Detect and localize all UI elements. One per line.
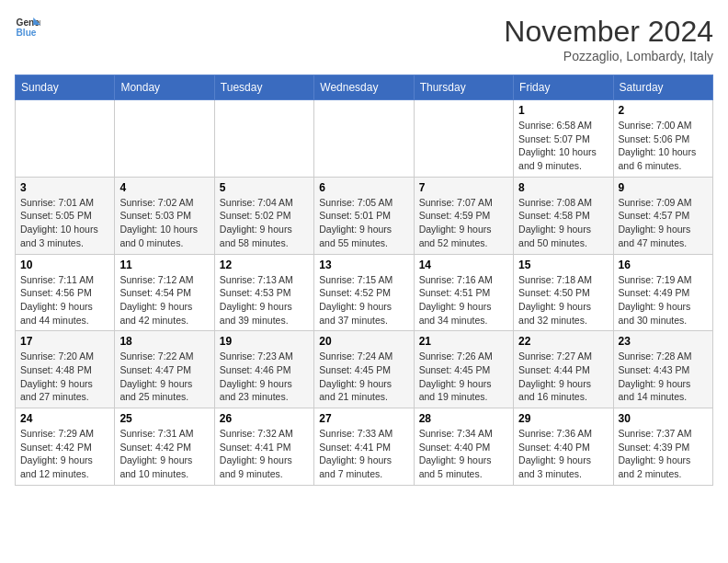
day-number: 12	[220, 259, 309, 271]
day-number: 18	[119, 335, 209, 348]
day-number: 24	[20, 412, 109, 425]
calendar-cell: 16Sunrise: 7:19 AM Sunset: 4:49 PM Dayli…	[613, 254, 712, 331]
calendar-row: 10Sunrise: 7:11 AM Sunset: 4:56 PM Dayli…	[16, 254, 713, 331]
day-number: 5	[220, 181, 309, 194]
title-area: November 2024 Pozzaglio, Lombardy, Italy	[504, 15, 713, 63]
day-info: Sunrise: 7:16 AM Sunset: 4:51 PM Dayligh…	[419, 273, 508, 327]
weekday-header-row: SundayMondayTuesdayWednesdayThursdayFrid…	[16, 75, 713, 100]
day-info: Sunrise: 7:08 AM Sunset: 4:58 PM Dayligh…	[518, 196, 608, 250]
day-info: Sunrise: 7:24 AM Sunset: 4:45 PM Dayligh…	[319, 350, 408, 404]
day-info: Sunrise: 7:09 AM Sunset: 4:57 PM Dayligh…	[619, 196, 708, 250]
day-number: 26	[220, 412, 309, 425]
day-info: Sunrise: 7:01 AM Sunset: 5:05 PM Dayligh…	[20, 196, 109, 250]
day-info: Sunrise: 7:27 AM Sunset: 4:44 PM Dayligh…	[518, 350, 608, 404]
day-info: Sunrise: 7:18 AM Sunset: 4:50 PM Dayligh…	[518, 273, 608, 327]
day-number: 22	[518, 335, 608, 348]
location: Pozzaglio, Lombardy, Italy	[504, 49, 713, 63]
page-header: General Blue November 2024 Pozzaglio, Lo…	[15, 15, 713, 63]
day-number: 10	[20, 259, 109, 271]
day-number: 23	[619, 335, 708, 348]
day-number: 8	[518, 181, 608, 194]
calendar-row: 24Sunrise: 7:29 AM Sunset: 4:42 PM Dayli…	[16, 408, 713, 486]
calendar-cell: 21Sunrise: 7:26 AM Sunset: 4:45 PM Dayli…	[414, 331, 513, 408]
day-info: Sunrise: 7:29 AM Sunset: 4:42 PM Dayligh…	[20, 427, 109, 481]
day-info: Sunrise: 7:07 AM Sunset: 4:59 PM Dayligh…	[419, 196, 508, 250]
calendar-cell: 10Sunrise: 7:11 AM Sunset: 4:56 PM Dayli…	[16, 254, 115, 331]
logo: General Blue	[15, 15, 40, 40]
day-number: 13	[319, 259, 408, 271]
calendar-cell: 2Sunrise: 7:00 AM Sunset: 5:06 PM Daylig…	[613, 100, 712, 178]
calendar-cell: 1Sunrise: 6:58 AM Sunset: 5:07 PM Daylig…	[514, 100, 613, 178]
logo-icon: General Blue	[15, 15, 40, 40]
calendar-cell	[314, 100, 414, 178]
calendar-cell: 18Sunrise: 7:22 AM Sunset: 4:47 PM Dayli…	[115, 331, 214, 408]
calendar-cell: 30Sunrise: 7:37 AM Sunset: 4:39 PM Dayli…	[613, 408, 712, 486]
calendar-cell	[115, 100, 214, 178]
calendar-cell: 19Sunrise: 7:23 AM Sunset: 4:46 PM Dayli…	[214, 331, 313, 408]
day-info: Sunrise: 7:26 AM Sunset: 4:45 PM Dayligh…	[419, 350, 508, 404]
calendar-cell	[214, 100, 313, 178]
day-info: Sunrise: 7:13 AM Sunset: 4:53 PM Dayligh…	[220, 273, 309, 327]
calendar-cell	[414, 100, 513, 178]
day-info: Sunrise: 7:34 AM Sunset: 4:40 PM Dayligh…	[419, 427, 508, 481]
day-info: Sunrise: 7:28 AM Sunset: 4:43 PM Dayligh…	[619, 350, 708, 404]
day-info: Sunrise: 7:20 AM Sunset: 4:48 PM Dayligh…	[20, 350, 109, 404]
calendar-cell	[16, 100, 115, 178]
weekday-header-thursday: Thursday	[414, 75, 513, 100]
day-number: 6	[319, 181, 408, 194]
day-info: Sunrise: 7:04 AM Sunset: 5:02 PM Dayligh…	[220, 196, 309, 250]
day-number: 4	[119, 181, 209, 194]
weekday-header-wednesday: Wednesday	[314, 75, 414, 100]
calendar-cell: 17Sunrise: 7:20 AM Sunset: 4:48 PM Dayli…	[16, 331, 115, 408]
day-number: 17	[20, 335, 109, 348]
day-number: 20	[319, 335, 408, 348]
day-info: Sunrise: 7:23 AM Sunset: 4:46 PM Dayligh…	[220, 350, 309, 404]
day-number: 27	[319, 412, 408, 425]
month-title: November 2024	[504, 15, 713, 49]
day-number: 30	[619, 412, 708, 425]
calendar-cell: 5Sunrise: 7:04 AM Sunset: 5:02 PM Daylig…	[214, 177, 313, 254]
day-info: Sunrise: 7:19 AM Sunset: 4:49 PM Dayligh…	[619, 273, 708, 327]
day-number: 19	[220, 335, 309, 348]
day-number: 7	[419, 181, 508, 194]
day-info: Sunrise: 7:36 AM Sunset: 4:40 PM Dayligh…	[518, 427, 608, 481]
day-info: Sunrise: 7:32 AM Sunset: 4:41 PM Dayligh…	[220, 427, 309, 481]
day-info: Sunrise: 6:58 AM Sunset: 5:07 PM Dayligh…	[518, 119, 608, 173]
calendar-cell: 9Sunrise: 7:09 AM Sunset: 4:57 PM Daylig…	[613, 177, 712, 254]
day-info: Sunrise: 7:12 AM Sunset: 4:54 PM Dayligh…	[119, 273, 209, 327]
weekday-header-friday: Friday	[514, 75, 613, 100]
calendar-cell: 27Sunrise: 7:33 AM Sunset: 4:41 PM Dayli…	[314, 408, 414, 486]
day-number: 21	[419, 335, 508, 348]
calendar-cell: 7Sunrise: 7:07 AM Sunset: 4:59 PM Daylig…	[414, 177, 513, 254]
calendar-cell: 11Sunrise: 7:12 AM Sunset: 4:54 PM Dayli…	[115, 254, 214, 331]
calendar-cell: 12Sunrise: 7:13 AM Sunset: 4:53 PM Dayli…	[214, 254, 313, 331]
calendar-cell: 26Sunrise: 7:32 AM Sunset: 4:41 PM Dayli…	[214, 408, 313, 486]
day-number: 29	[518, 412, 608, 425]
calendar-cell: 15Sunrise: 7:18 AM Sunset: 4:50 PM Dayli…	[514, 254, 613, 331]
day-number: 11	[119, 259, 209, 271]
day-info: Sunrise: 7:37 AM Sunset: 4:39 PM Dayligh…	[619, 427, 708, 481]
day-info: Sunrise: 7:31 AM Sunset: 4:42 PM Dayligh…	[119, 427, 209, 481]
calendar-cell: 14Sunrise: 7:16 AM Sunset: 4:51 PM Dayli…	[414, 254, 513, 331]
day-number: 15	[518, 259, 608, 271]
calendar-row: 17Sunrise: 7:20 AM Sunset: 4:48 PM Dayli…	[16, 331, 713, 408]
day-info: Sunrise: 7:05 AM Sunset: 5:01 PM Dayligh…	[319, 196, 408, 250]
day-number: 1	[518, 104, 608, 117]
calendar-cell: 6Sunrise: 7:05 AM Sunset: 5:01 PM Daylig…	[314, 177, 414, 254]
day-info: Sunrise: 7:33 AM Sunset: 4:41 PM Dayligh…	[319, 427, 408, 481]
calendar-cell: 24Sunrise: 7:29 AM Sunset: 4:42 PM Dayli…	[16, 408, 115, 486]
day-info: Sunrise: 7:22 AM Sunset: 4:47 PM Dayligh…	[119, 350, 209, 404]
calendar-cell: 4Sunrise: 7:02 AM Sunset: 5:03 PM Daylig…	[115, 177, 214, 254]
calendar-cell: 29Sunrise: 7:36 AM Sunset: 4:40 PM Dayli…	[514, 408, 613, 486]
day-number: 14	[419, 259, 508, 271]
day-number: 28	[419, 412, 508, 425]
calendar-cell: 20Sunrise: 7:24 AM Sunset: 4:45 PM Dayli…	[314, 331, 414, 408]
calendar-row: 1Sunrise: 6:58 AM Sunset: 5:07 PM Daylig…	[16, 100, 713, 178]
calendar-cell: 23Sunrise: 7:28 AM Sunset: 4:43 PM Dayli…	[613, 331, 712, 408]
day-number: 25	[119, 412, 209, 425]
calendar-cell: 3Sunrise: 7:01 AM Sunset: 5:05 PM Daylig…	[16, 177, 115, 254]
weekday-header-tuesday: Tuesday	[214, 75, 313, 100]
calendar-cell: 13Sunrise: 7:15 AM Sunset: 4:52 PM Dayli…	[314, 254, 414, 331]
calendar-table: SundayMondayTuesdayWednesdayThursdayFrid…	[15, 75, 713, 486]
calendar-row: 3Sunrise: 7:01 AM Sunset: 5:05 PM Daylig…	[16, 177, 713, 254]
